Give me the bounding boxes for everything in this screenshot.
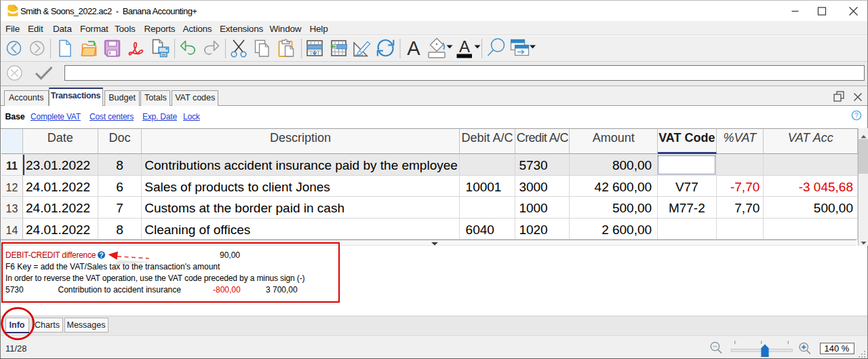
svg-text:?: ? (854, 111, 859, 119)
svg-text:?: ? (99, 251, 103, 259)
svg-text:A: A (459, 37, 470, 56)
svg-text:A: A (407, 37, 420, 59)
